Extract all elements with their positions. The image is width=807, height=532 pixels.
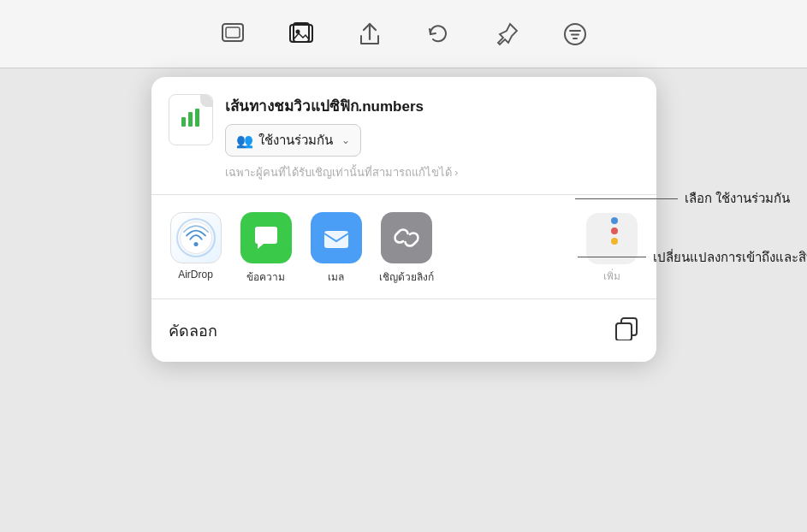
callout-collab-text: เลือก ใช้งานร่วมกัน [685, 188, 790, 209]
callout-access: เปลี่ยนแปลงการเข้าถึงและสิทธิ์ [578, 248, 790, 266]
mail-icon [311, 212, 362, 263]
chevron-down-icon: ⌄ [341, 134, 350, 146]
messages-icon [240, 212, 292, 263]
callout-access-line [578, 257, 646, 257]
airdrop-circles [178, 220, 214, 256]
copy-icon[interactable] [614, 315, 639, 346]
file-name: เส้นทางชมวิวแปซิฟิก.numbers [225, 94, 639, 117]
svg-rect-9 [181, 117, 186, 127]
airdrop-label: AirDrop [178, 269, 213, 281]
invite-link-icon [381, 212, 432, 263]
svg-point-13 [193, 242, 198, 246]
dot-blue [611, 217, 618, 224]
app-item-airdrop[interactable]: AirDrop [165, 212, 227, 285]
apps-scroll: AirDrop ข้อความ [165, 212, 581, 285]
copy-label: คัดลอก [169, 318, 217, 343]
svg-point-12 [180, 222, 211, 254]
callout-collab-line [575, 198, 678, 199]
messages-label: ข้อความ [246, 269, 285, 285]
people-icon: 👥 [236, 133, 253, 149]
toolbar [0, 0, 807, 68]
share-icon[interactable] [353, 17, 387, 51]
file-details: เส้นทางชมวิวแปซิฟิก.numbers 👥 ใช้งานร่วม… [225, 94, 639, 180]
chart-icon [179, 105, 203, 134]
callout-collab: เลือก ใช้งานร่วมกัน [575, 188, 790, 209]
svg-rect-3 [294, 23, 309, 42]
more-label: เพิ่ม [603, 268, 620, 284]
copy-action-row[interactable]: คัดลอก [151, 299, 656, 362]
callout-access-text: เปลี่ยนแปลงการเข้าถึงและสิทธิ์ [653, 248, 790, 266]
collab-select[interactable]: 👥 ใช้งานร่วมกัน ⌄ [225, 124, 361, 157]
permission-text[interactable]: เฉพาะผู้คนที่ได้รับเชิญเท่านั้นที่สามารถ… [225, 165, 639, 180]
airdrop-icon [170, 212, 222, 263]
svg-rect-14 [324, 231, 348, 248]
layers-icon[interactable] [216, 17, 250, 51]
svg-rect-10 [188, 112, 193, 127]
history-icon[interactable] [421, 17, 455, 51]
file-icon [169, 94, 213, 145]
file-info-section: เส้นทางชมวิวแปซิฟิก.numbers 👥 ใช้งานร่วม… [151, 77, 656, 195]
app-item-messages[interactable]: ข้อความ [235, 212, 297, 285]
collab-button-row: 👥 ใช้งานร่วมกัน ⌄ [225, 124, 639, 157]
image-gallery-icon[interactable] [284, 17, 318, 51]
collab-label: ใช้งานร่วมกัน [258, 130, 333, 151]
share-sheet: เส้นทางชมวิวแปซิฟิก.numbers 👥 ใช้งานร่วม… [151, 77, 656, 362]
main-area: เส้นทางชมวิวแปซิฟิก.numbers 👥 ใช้งานร่วม… [0, 68, 807, 532]
mail-label: เมล [328, 269, 344, 285]
svg-rect-11 [195, 109, 199, 127]
dot-red [611, 228, 618, 234]
app-item-mail[interactable]: เมล [306, 212, 367, 285]
invite-link-label: เชิญด้วยลิงก์ [379, 269, 434, 285]
filter-icon[interactable] [558, 17, 592, 51]
pin-icon[interactable] [490, 17, 524, 51]
dot-yellow [611, 238, 618, 245]
app-item-invite-link[interactable]: เชิญด้วยลิงก์ [376, 212, 437, 285]
svg-rect-1 [226, 27, 240, 38]
svg-rect-16 [616, 323, 632, 340]
